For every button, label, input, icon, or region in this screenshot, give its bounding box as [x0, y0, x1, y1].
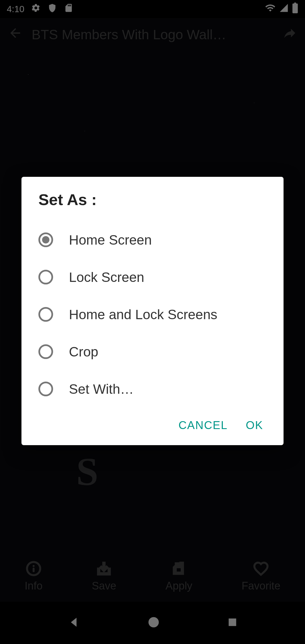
- radio-label: Set With…: [69, 381, 134, 397]
- dialog-button-row: CANCEL OK: [21, 412, 284, 438]
- radio-option-home-lock-screens[interactable]: Home and Lock Screens: [21, 296, 284, 333]
- cancel-button[interactable]: CANCEL: [178, 419, 228, 432]
- radio-list: Home Screen Lock Screen Home and Lock Sc…: [21, 217, 284, 412]
- set-as-dialog: Set As : Home Screen Lock Screen Home an…: [21, 177, 284, 445]
- radio-icon: [38, 382, 53, 396]
- radio-icon: [38, 270, 53, 284]
- radio-label: Lock Screen: [69, 269, 144, 285]
- radio-option-crop[interactable]: Crop: [21, 333, 284, 370]
- radio-label: Crop: [69, 344, 98, 360]
- dialog-title: Set As :: [21, 190, 284, 217]
- radio-option-home-screen[interactable]: Home Screen: [21, 221, 284, 258]
- radio-icon: [38, 307, 53, 322]
- radio-label: Home and Lock Screens: [69, 307, 217, 322]
- radio-icon: [38, 344, 53, 359]
- radio-option-set-with[interactable]: Set With…: [21, 370, 284, 408]
- radio-label: Home Screen: [69, 232, 152, 248]
- radio-icon: [38, 232, 53, 247]
- radio-option-lock-screen[interactable]: Lock Screen: [21, 258, 284, 296]
- ok-button[interactable]: OK: [246, 419, 263, 432]
